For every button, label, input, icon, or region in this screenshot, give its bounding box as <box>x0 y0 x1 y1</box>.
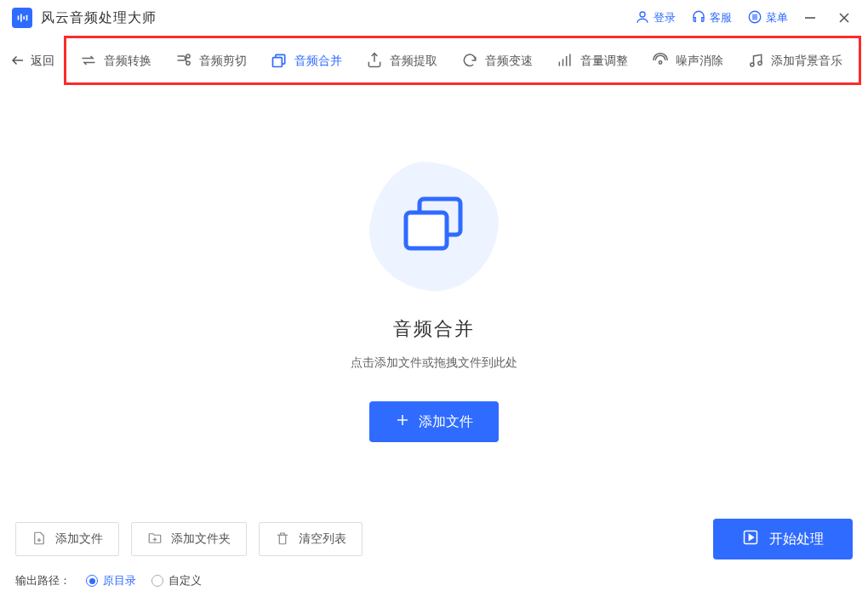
menu-button[interactable]: 菜单 <box>747 9 788 27</box>
toolbar-item-noise[interactable]: 噪声消除 <box>640 43 735 80</box>
scissors-icon <box>175 52 192 71</box>
headset-icon <box>691 9 706 27</box>
toolbar-item-volume[interactable]: 音量调整 <box>545 43 640 80</box>
toolbar-item-label: 噪声消除 <box>676 54 723 69</box>
toolbar: 返回 音频转换 音频剪切 音频合并 音频提取 音频变速 音量调整 <box>0 36 868 87</box>
toolbar-item-cut[interactable]: 音频剪切 <box>163 43 259 80</box>
svg-rect-20 <box>273 57 283 66</box>
output-original-radio[interactable]: 原目录 <box>86 573 136 588</box>
start-process-button[interactable]: 开始处理 <box>713 519 853 559</box>
folder-plus-icon <box>147 531 163 548</box>
svg-point-4 <box>640 12 645 17</box>
svg-point-15 <box>186 54 190 57</box>
play-icon <box>742 529 759 549</box>
hero-title: 音频合并 <box>393 316 475 342</box>
svg-point-16 <box>186 61 190 65</box>
clear-list-label: 清空列表 <box>299 531 346 547</box>
svg-rect-0 <box>18 15 20 20</box>
plus-icon <box>395 412 410 431</box>
support-label: 客服 <box>710 10 732 26</box>
bottombar: 添加文件 添加文件夹 清空列表 开始处理 输出路径： 原目录 自定义 <box>0 507 868 602</box>
music-icon <box>747 52 764 71</box>
svg-point-27 <box>758 61 762 65</box>
convert-icon <box>80 52 97 71</box>
noise-icon <box>652 52 669 71</box>
app-title: 风云音频处理大师 <box>41 9 157 27</box>
login-button[interactable]: 登录 <box>635 9 676 27</box>
toolbar-item-speed[interactable]: 音频变速 <box>449 43 545 80</box>
trash-icon <box>275 531 290 548</box>
menu-icon <box>747 9 762 27</box>
support-button[interactable]: 客服 <box>691 9 732 27</box>
back-button[interactable]: 返回 <box>0 53 65 71</box>
svg-marker-37 <box>749 535 753 541</box>
toolbar-item-label: 音量调整 <box>580 54 628 69</box>
svg-point-26 <box>751 62 754 65</box>
back-label: 返回 <box>31 54 54 69</box>
toolbar-item-label: 音频剪切 <box>199 54 247 69</box>
speed-icon <box>461 52 478 71</box>
toolbar-item-label: 音频合并 <box>294 54 342 69</box>
svg-rect-3 <box>26 15 28 21</box>
titlebar: 风云音频处理大师 登录 客服 菜单 <box>0 0 868 36</box>
output-original-label: 原目录 <box>103 573 136 588</box>
svg-rect-2 <box>23 16 25 20</box>
toolbar-item-convert[interactable]: 音频转换 <box>68 43 163 80</box>
add-file-button[interactable]: 添加文件 <box>15 522 119 556</box>
user-icon <box>635 9 650 27</box>
toolbar-item-bgm[interactable]: 添加背景音乐 <box>735 43 854 80</box>
extract-icon <box>366 52 383 71</box>
hero-merge-illustration <box>370 163 498 291</box>
output-path-label: 输出路径： <box>15 573 71 588</box>
app-logo-icon <box>12 8 32 28</box>
toolbar-item-merge[interactable]: 音频合并 <box>259 43 354 80</box>
add-folder-button[interactable]: 添加文件夹 <box>131 522 247 556</box>
main-dropzone[interactable]: 音频合并 点击添加文件或拖拽文件到此处 添加文件 <box>0 94 868 512</box>
merge-icon <box>271 52 288 71</box>
toolbar-item-extract[interactable]: 音频提取 <box>354 43 449 80</box>
volume-icon <box>557 52 574 71</box>
add-file-main-label: 添加文件 <box>419 413 473 431</box>
login-label: 登录 <box>654 10 676 26</box>
start-process-label: 开始处理 <box>769 531 824 548</box>
svg-point-25 <box>659 60 661 63</box>
output-custom-label: 自定义 <box>168 573 202 588</box>
add-file-main-button[interactable]: 添加文件 <box>369 401 499 442</box>
add-file-label: 添加文件 <box>55 531 103 547</box>
toolbar-item-label: 添加背景音乐 <box>771 54 842 69</box>
output-custom-radio[interactable]: 自定义 <box>151 573 202 588</box>
minimize-button[interactable] <box>798 6 822 30</box>
toolbar-item-label: 音频变速 <box>485 54 533 69</box>
close-button[interactable] <box>832 6 856 30</box>
toolbar-items: 音频转换 音频剪切 音频合并 音频提取 音频变速 音量调整 噪声消除 <box>65 43 868 80</box>
radio-unchecked-icon <box>151 575 163 587</box>
toolbar-item-label: 音频转换 <box>104 54 151 69</box>
svg-rect-1 <box>20 14 22 21</box>
hero-subtitle: 点击添加文件或拖拽文件到此处 <box>351 355 517 371</box>
output-path-row: 输出路径： 原目录 自定义 <box>15 573 853 588</box>
svg-rect-29 <box>406 213 447 248</box>
back-arrow-icon <box>10 53 26 71</box>
toolbar-item-label: 音频提取 <box>390 54 437 69</box>
radio-checked-icon <box>86 575 98 587</box>
add-folder-label: 添加文件夹 <box>171 531 231 547</box>
file-plus-icon <box>31 531 47 548</box>
clear-list-button[interactable]: 清空列表 <box>259 522 363 556</box>
menu-label: 菜单 <box>766 10 788 26</box>
